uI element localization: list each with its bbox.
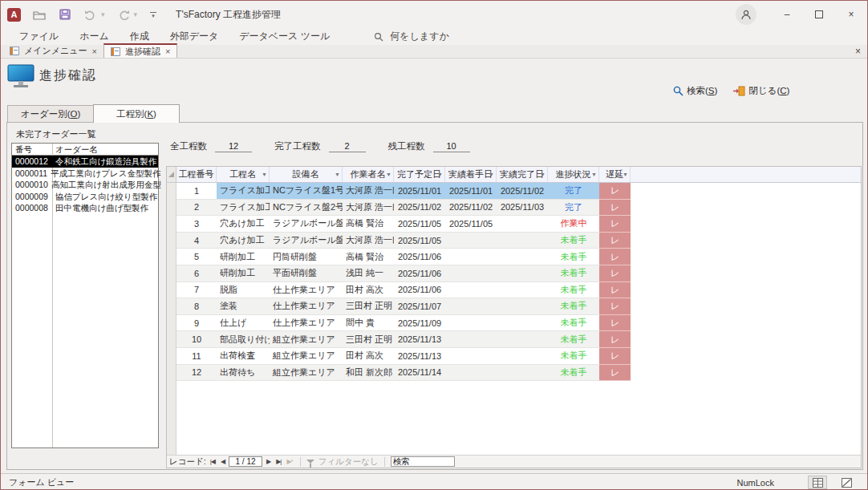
col-header-start-date[interactable]: 実績着手日▼ bbox=[445, 167, 497, 183]
cell-process-name[interactable]: 部品取り付け bbox=[217, 331, 270, 348]
order-list-item[interactable]: 0000011平成工業向けプレス金型製作 bbox=[12, 168, 158, 180]
redo-icon[interactable] bbox=[116, 7, 131, 22]
cell-due-date[interactable]: 2025/11/01 bbox=[394, 183, 445, 200]
cell-status[interactable]: 未着手 bbox=[548, 365, 599, 382]
col-header-due-date[interactable]: 完了予定日▼ bbox=[394, 167, 445, 183]
cell-worker[interactable]: 高橋 賢治 bbox=[343, 249, 394, 265]
cell-start-date[interactable] bbox=[445, 298, 497, 315]
cell-start-date[interactable] bbox=[445, 331, 497, 348]
cell-process-name[interactable]: 出荷検査 bbox=[217, 348, 270, 365]
search-record-button[interactable]: 検索(S) bbox=[673, 85, 717, 97]
cell-process-no[interactable]: 7 bbox=[176, 282, 217, 299]
cell-due-date[interactable]: 2025/11/14 bbox=[394, 365, 445, 382]
cell-start-date[interactable] bbox=[445, 348, 497, 365]
cell-start-date[interactable]: 2025/11/02 bbox=[445, 200, 497, 217]
cell-process-no[interactable]: 5 bbox=[176, 249, 217, 265]
cell-status[interactable]: 未着手 bbox=[548, 331, 599, 348]
design-view-icon[interactable] bbox=[837, 476, 856, 489]
delay-button[interactable]: レ bbox=[599, 265, 631, 282]
cell-process-no[interactable]: 12 bbox=[176, 365, 217, 382]
cell-worker[interactable]: 高橋 賢治 bbox=[343, 216, 394, 233]
redo-dropdown-icon[interactable]: ▾ bbox=[134, 10, 138, 18]
delay-button[interactable]: レ bbox=[599, 315, 631, 332]
cell-process-no[interactable]: 4 bbox=[176, 233, 217, 249]
cell-worker[interactable]: 和田 新次郎 bbox=[343, 365, 394, 382]
account-icon[interactable] bbox=[736, 4, 756, 25]
chevron-down-icon[interactable]: ▼ bbox=[437, 172, 443, 177]
delay-button[interactable]: レ bbox=[599, 249, 631, 265]
cell-due-date[interactable]: 2025/11/05 bbox=[394, 233, 445, 249]
cell-due-date[interactable]: 2025/11/02 bbox=[394, 200, 445, 217]
new-record-button[interactable]: ▶* bbox=[285, 458, 294, 465]
customize-qat-icon[interactable]: ▾ bbox=[148, 12, 158, 18]
total-process-value[interactable]: 12 bbox=[215, 141, 252, 152]
first-record-button[interactable]: |◀ bbox=[209, 458, 217, 465]
cell-due-date[interactable]: 2025/11/07 bbox=[394, 298, 445, 315]
cell-worker[interactable]: 間中 貴 bbox=[343, 315, 394, 332]
cell-status[interactable]: 未着手 bbox=[548, 348, 599, 365]
order-list-item[interactable]: 0000009協信プレス向け絞り型製作 bbox=[12, 191, 158, 203]
ribbon-tab-file[interactable]: ファイル bbox=[9, 30, 69, 43]
next-record-button[interactable]: ▶ bbox=[265, 458, 272, 465]
chevron-down-icon[interactable]: ▼ bbox=[540, 172, 546, 177]
cell-status[interactable]: 未着手 bbox=[548, 315, 599, 332]
cell-finish-date[interactable] bbox=[497, 282, 548, 299]
cell-worker[interactable]: 田村 高次 bbox=[343, 282, 394, 299]
cell-status[interactable]: 未着手 bbox=[548, 265, 599, 282]
cell-equipment[interactable]: 組立作業エリア bbox=[270, 348, 343, 365]
cell-status[interactable]: 未着手 bbox=[548, 233, 599, 249]
cell-process-no[interactable]: 1 bbox=[176, 183, 217, 200]
cell-process-name[interactable]: フライス加工 bbox=[217, 200, 270, 217]
cell-finish-date[interactable] bbox=[497, 265, 548, 282]
order-list-item[interactable]: 0000012令和鉄工向け鍛造治具製作 bbox=[12, 156, 158, 168]
cell-process-name[interactable]: 脱脂 bbox=[217, 282, 270, 299]
cell-finish-date[interactable]: 2025/11/03 bbox=[497, 200, 548, 217]
col-header-finish-date[interactable]: 実績完了日▼ bbox=[497, 167, 548, 183]
cell-finish-date[interactable] bbox=[497, 216, 548, 233]
col-header-process-name[interactable]: 工程名▼ bbox=[217, 167, 270, 183]
cell-process-no[interactable]: 11 bbox=[176, 348, 217, 365]
cell-status[interactable]: 未着手 bbox=[548, 282, 599, 299]
cell-start-date[interactable]: 2025/11/05 bbox=[445, 216, 497, 233]
remaining-process-value[interactable]: 10 bbox=[433, 141, 470, 152]
cell-status[interactable]: 作業中 bbox=[548, 216, 599, 233]
col-header-process-no[interactable]: 工程番号▼ bbox=[176, 167, 217, 183]
open-folder-icon[interactable] bbox=[32, 7, 47, 22]
cell-worker[interactable]: 大河原 浩一郎 bbox=[343, 200, 394, 217]
cell-equipment[interactable]: 仕上作業エリア bbox=[270, 315, 343, 332]
undo-icon[interactable] bbox=[83, 7, 98, 22]
undo-dropdown-icon[interactable]: ▾ bbox=[101, 10, 105, 18]
cell-process-name[interactable]: フライス加工 bbox=[217, 183, 270, 200]
cell-finish-date[interactable] bbox=[497, 365, 548, 382]
object-tab-main-menu[interactable]: メインメニュー × bbox=[3, 44, 103, 58]
minimize-button[interactable]: – bbox=[771, 1, 803, 28]
tab-by-process[interactable]: 工程別(K) bbox=[93, 104, 180, 123]
cell-finish-date[interactable] bbox=[497, 315, 548, 332]
tab-close-icon[interactable]: × bbox=[92, 47, 97, 56]
delay-button[interactable]: レ bbox=[599, 365, 631, 382]
cell-process-name[interactable]: 研削加工 bbox=[217, 249, 270, 265]
filter-status[interactable]: フィルターなし bbox=[318, 456, 379, 468]
cell-process-name[interactable]: 穴あけ加工 bbox=[217, 216, 270, 233]
cell-worker[interactable]: 三田村 正明 bbox=[343, 331, 394, 348]
save-icon[interactable] bbox=[58, 7, 72, 22]
delay-button[interactable]: レ bbox=[599, 200, 631, 217]
delay-button[interactable]: レ bbox=[599, 331, 631, 348]
cell-status[interactable]: 完了 bbox=[548, 183, 599, 200]
cell-finish-date[interactable] bbox=[497, 249, 548, 265]
cell-equipment[interactable]: 組立作業エリア bbox=[270, 331, 343, 348]
ribbon-tab-home[interactable]: ホーム bbox=[69, 30, 120, 43]
col-header-status[interactable]: 進捗状況▼ bbox=[548, 167, 599, 183]
cell-process-name[interactable]: 仕上げ bbox=[217, 315, 270, 332]
cell-equipment[interactable]: 組立作業エリア bbox=[270, 365, 343, 382]
chevron-down-icon[interactable]: ▼ bbox=[489, 172, 494, 177]
ribbon-tab-db-tools[interactable]: データベース ツール bbox=[229, 30, 340, 43]
cell-worker[interactable]: 大河原 浩一郎 bbox=[343, 183, 394, 200]
col-header-delay[interactable]: 遅延▼ bbox=[599, 167, 631, 183]
cell-status[interactable]: 未着手 bbox=[548, 249, 599, 265]
cell-process-no[interactable]: 10 bbox=[176, 331, 217, 348]
cell-due-date[interactable]: 2025/11/06 bbox=[394, 282, 445, 299]
cell-start-date[interactable] bbox=[445, 233, 497, 249]
cell-due-date[interactable]: 2025/11/06 bbox=[394, 249, 445, 265]
cell-equipment[interactable]: ラジアルボール盤1号機 bbox=[270, 216, 343, 233]
